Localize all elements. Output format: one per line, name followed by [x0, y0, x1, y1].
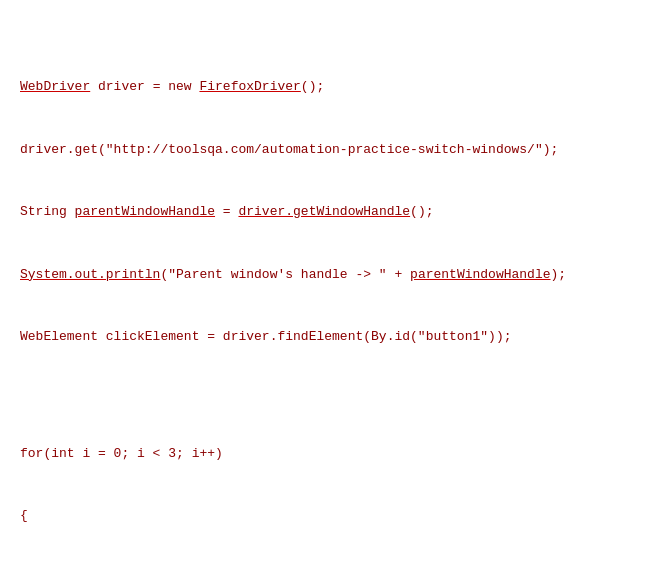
- code-line-4: System.out.println("Parent window's hand…: [20, 265, 639, 286]
- code-line-6: [20, 389, 639, 402]
- code-line-7: for(int i = 0; i < 3; i++): [20, 444, 639, 465]
- code-line-5: WebElement clickElement = driver.findEle…: [20, 327, 639, 348]
- code-line-3: String parentWindowHandle = driver.getWi…: [20, 202, 639, 223]
- code-line-8: {: [20, 506, 639, 527]
- code-block: WebDriver driver = new FirefoxDriver(); …: [20, 15, 639, 567]
- code-line-1: WebDriver driver = new FirefoxDriver();: [20, 77, 639, 98]
- code-line-2: driver.get("http://toolsqa.com/automatio…: [20, 140, 639, 161]
